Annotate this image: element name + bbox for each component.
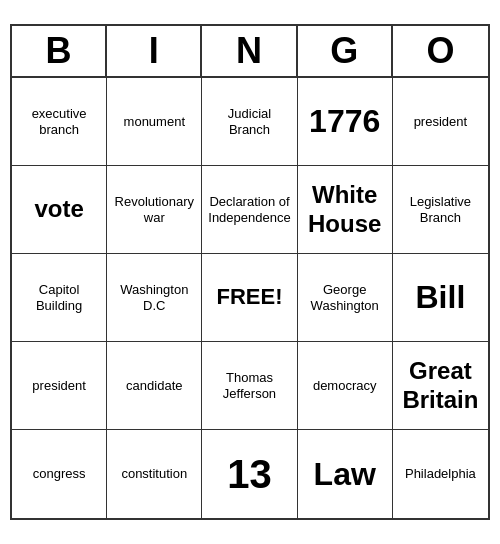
bingo-cell[interactable]: monument (107, 78, 202, 166)
bingo-cell[interactable]: Legislative Branch (393, 166, 488, 254)
header-n: N (202, 26, 297, 76)
bingo-header: B I N G O (12, 26, 488, 78)
bingo-cell[interactable]: Thomas Jefferson (202, 342, 297, 430)
bingo-cell[interactable]: Law (298, 430, 393, 518)
bingo-grid: executive branchmonumentJudicial Branch1… (12, 78, 488, 518)
bingo-cell[interactable]: executive branch (12, 78, 107, 166)
bingo-cell[interactable]: democracy (298, 342, 393, 430)
bingo-cell[interactable]: Revolutionary war (107, 166, 202, 254)
bingo-cell[interactable]: White House (298, 166, 393, 254)
bingo-cell[interactable]: constitution (107, 430, 202, 518)
bingo-cell[interactable]: 13 (202, 430, 297, 518)
header-b: B (12, 26, 107, 76)
bingo-card: B I N G O executive branchmonumentJudici… (10, 24, 490, 520)
bingo-cell[interactable]: Great Britain (393, 342, 488, 430)
bingo-cell[interactable]: president (393, 78, 488, 166)
header-o: O (393, 26, 488, 76)
bingo-cell[interactable]: candidate (107, 342, 202, 430)
bingo-cell[interactable]: Declaration of Independence (202, 166, 297, 254)
bingo-cell[interactable]: Capitol Building (12, 254, 107, 342)
bingo-cell[interactable]: Philadelphia (393, 430, 488, 518)
bingo-cell[interactable]: Washington D.C (107, 254, 202, 342)
bingo-cell[interactable]: vote (12, 166, 107, 254)
bingo-cell[interactable]: FREE! (202, 254, 297, 342)
bingo-cell[interactable]: George Washington (298, 254, 393, 342)
bingo-cell[interactable]: 1776 (298, 78, 393, 166)
bingo-cell[interactable]: Bill (393, 254, 488, 342)
bingo-cell[interactable]: president (12, 342, 107, 430)
bingo-cell[interactable]: Judicial Branch (202, 78, 297, 166)
header-i: I (107, 26, 202, 76)
bingo-cell[interactable]: congress (12, 430, 107, 518)
header-g: G (298, 26, 393, 76)
